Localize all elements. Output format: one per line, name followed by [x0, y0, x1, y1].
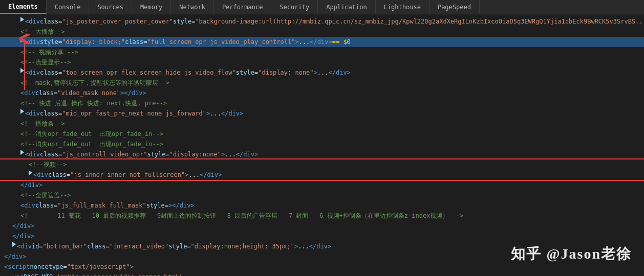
code-line[interactable]: <div class="video_mask none"></div>	[0, 88, 644, 98]
tab-memory-label: Memory	[140, 4, 162, 11]
tab-elements-label: Elements	[8, 3, 38, 10]
tab-network-label: Network	[179, 4, 205, 11]
code-line[interactable]: </div>	[0, 231, 644, 241]
tab-pagespeed-label: PageSpeed	[438, 4, 471, 11]
tab-performance[interactable]: Performance	[214, 0, 271, 14]
code-line[interactable]: <div style="display: block;" class="full…	[0, 37, 644, 47]
code-line[interactable]: </div>	[0, 180, 644, 190]
code-line[interactable]: <!-- 快进 后退 操作 快进: next,快退, pre-->	[0, 98, 644, 108]
code-line[interactable]: </div>	[0, 251, 644, 262]
tab-pagespeed[interactable]: PageSpeed	[430, 0, 480, 14]
tab-bar: Elements Console Sources Memory Network …	[0, 0, 644, 14]
code-line[interactable]: </div>	[0, 221, 644, 231]
tab-sources-label: Sources	[97, 4, 123, 11]
tab-elements[interactable]: Elements	[0, 0, 47, 14]
tab-security-label: Security	[280, 4, 309, 11]
code-line[interactable]: <div class="top_screen_opr flex_screen_h…	[0, 67, 644, 78]
code-line[interactable]: var PAGE_MID='mmbizwap:pages/video_appms…	[0, 272, 644, 276]
tab-network[interactable]: Network	[171, 0, 214, 14]
code-line[interactable]: <!-- 11 菊花 10 最后的视频推荐 9封面上边的控制按钮 8 以后的广告…	[0, 211, 644, 221]
code-line[interactable]: <!--播放条-->	[0, 119, 644, 129]
tab-lighthouse-label: Lighthouse	[384, 4, 421, 11]
code-line[interactable]: <div class="js_poster_cover poster_cover…	[0, 16, 644, 27]
code-line[interactable]: <!-- 视频分享 -->	[0, 47, 644, 57]
tab-security[interactable]: Security	[271, 0, 318, 14]
code-line[interactable]: <!--消失opr_fade_out 出现opr_fade_in-->	[0, 129, 644, 139]
code-line[interactable]: <!--全屏遮盖-->	[0, 190, 644, 200]
tab-console-label: Console	[55, 4, 81, 11]
code-line[interactable]: <!--流量显示-->	[0, 57, 644, 67]
code-line[interactable]: <div class="js_controll video_opr" style…	[0, 149, 644, 159]
code-line[interactable]: <script nonce type="text/javascript">	[0, 262, 644, 272]
tab-console[interactable]: Console	[47, 0, 90, 14]
code-line[interactable]: <!--消失opr_fade_out 出现opr_fade_in-->	[0, 139, 644, 149]
tab-sources[interactable]: Sources	[89, 0, 132, 14]
code-panel: <div class="js_poster_cover poster_cover…	[0, 14, 644, 276]
tab-lighthouse[interactable]: Lighthouse	[376, 0, 430, 14]
code-line[interactable]: <div class="mid_opr fast_pre_next none j…	[0, 108, 644, 119]
code-line[interactable]: <div id="bottom_bar" class="interact_vid…	[0, 241, 644, 251]
code-line[interactable]: <div class="js_inner inner not_fullscree…	[0, 170, 644, 180]
tab-memory[interactable]: Memory	[132, 0, 171, 14]
tab-performance-label: Performance	[222, 4, 263, 11]
code-line[interactable]: <!--大播放-->	[0, 27, 644, 37]
code-line[interactable]: <!--mask,暂停状态下，提醒状态等的半透明蒙层-->	[0, 78, 644, 88]
code-line[interactable]: <!--视频-->	[0, 159, 644, 170]
tab-application[interactable]: Application	[318, 0, 375, 14]
tab-application-label: Application	[326, 4, 367, 11]
code-line[interactable]: <div class="js_full_mask full_mask" styl…	[0, 200, 644, 211]
